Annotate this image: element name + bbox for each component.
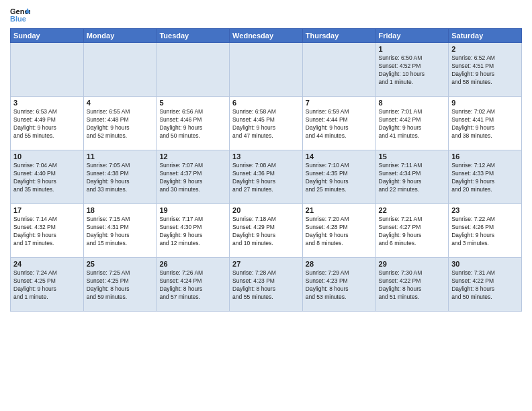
calendar-cell	[83, 43, 157, 97]
calendar-cell: 1Sunrise: 6:50 AM Sunset: 4:52 PM Daylig…	[375, 43, 449, 97]
day-info: Sunrise: 7:10 AM Sunset: 4:35 PM Dayligh…	[306, 162, 373, 194]
day-info: Sunrise: 7:11 AM Sunset: 4:34 PM Dayligh…	[379, 162, 446, 194]
day-info: Sunrise: 7:14 AM Sunset: 4:32 PM Dayligh…	[13, 216, 81, 248]
day-number: 27	[232, 260, 300, 268]
day-info: Sunrise: 7:26 AM Sunset: 4:24 PM Dayligh…	[159, 269, 226, 302]
day-number: 19	[159, 206, 226, 214]
day-info: Sunrise: 7:22 AM Sunset: 4:26 PM Dayligh…	[451, 216, 519, 248]
calendar-cell: 30Sunrise: 7:31 AM Sunset: 4:22 PM Dayli…	[449, 258, 522, 312]
weekday-header-thursday: Thursday	[302, 29, 375, 43]
day-info: Sunrise: 7:01 AM Sunset: 4:42 PM Dayligh…	[379, 108, 446, 140]
day-number: 17	[13, 206, 81, 214]
calendar-cell: 14Sunrise: 7:10 AM Sunset: 4:35 PM Dayli…	[302, 150, 375, 204]
day-info: Sunrise: 7:05 AM Sunset: 4:38 PM Dayligh…	[87, 162, 154, 194]
day-info: Sunrise: 7:25 AM Sunset: 4:25 PM Dayligh…	[87, 269, 154, 302]
day-number: 28	[306, 260, 373, 268]
day-number: 22	[379, 206, 446, 214]
calendar-cell: 9Sunrise: 7:02 AM Sunset: 4:41 PM Daylig…	[449, 97, 522, 150]
calendar-header: SundayMondayTuesdayWednesdayThursdayFrid…	[11, 29, 522, 43]
day-number: 6	[232, 99, 300, 107]
calendar-body: 1Sunrise: 6:50 AM Sunset: 4:52 PM Daylig…	[11, 43, 522, 312]
calendar-cell: 7Sunrise: 6:59 AM Sunset: 4:44 PM Daylig…	[302, 97, 375, 150]
day-number: 12	[159, 152, 226, 161]
day-info: Sunrise: 7:12 AM Sunset: 4:33 PM Dayligh…	[451, 162, 519, 194]
day-number: 16	[451, 152, 519, 161]
calendar-cell: 11Sunrise: 7:05 AM Sunset: 4:38 PM Dayli…	[83, 150, 157, 204]
page-container: General Blue SundayMondayTuesdayWednesda…	[0, 0, 532, 318]
day-info: Sunrise: 7:21 AM Sunset: 4:27 PM Dayligh…	[379, 216, 446, 248]
calendar-cell: 29Sunrise: 7:30 AM Sunset: 4:22 PM Dayli…	[375, 258, 449, 312]
calendar-week-0: 1Sunrise: 6:50 AM Sunset: 4:52 PM Daylig…	[11, 43, 522, 97]
day-number: 2	[451, 45, 519, 53]
day-number: 8	[379, 99, 446, 107]
day-info: Sunrise: 7:29 AM Sunset: 4:23 PM Dayligh…	[306, 269, 373, 302]
calendar-cell: 22Sunrise: 7:21 AM Sunset: 4:27 PM Dayli…	[375, 204, 449, 258]
calendar-cell: 16Sunrise: 7:12 AM Sunset: 4:33 PM Dayli…	[449, 150, 522, 204]
calendar-week-1: 3Sunrise: 6:53 AM Sunset: 4:49 PM Daylig…	[11, 97, 522, 150]
calendar-cell: 2Sunrise: 6:52 AM Sunset: 4:51 PM Daylig…	[449, 43, 522, 97]
logo-icon: General Blue	[10, 7, 30, 23]
day-info: Sunrise: 6:59 AM Sunset: 4:44 PM Dayligh…	[306, 108, 373, 140]
calendar-cell: 20Sunrise: 7:18 AM Sunset: 4:29 PM Dayli…	[230, 204, 303, 258]
day-number: 1	[379, 45, 446, 53]
day-number: 14	[306, 152, 373, 161]
calendar-cell: 15Sunrise: 7:11 AM Sunset: 4:34 PM Dayli…	[375, 150, 449, 204]
day-info: Sunrise: 7:17 AM Sunset: 4:30 PM Dayligh…	[159, 216, 226, 248]
logo: General Blue	[10, 7, 33, 23]
weekday-header-wednesday: Wednesday	[230, 29, 303, 43]
day-info: Sunrise: 7:28 AM Sunset: 4:23 PM Dayligh…	[232, 269, 300, 302]
header: General Blue	[10, 7, 522, 23]
day-info: Sunrise: 7:18 AM Sunset: 4:29 PM Dayligh…	[232, 216, 300, 248]
svg-text:Blue: Blue	[10, 15, 26, 23]
day-info: Sunrise: 7:20 AM Sunset: 4:28 PM Dayligh…	[306, 216, 373, 248]
day-info: Sunrise: 6:53 AM Sunset: 4:49 PM Dayligh…	[13, 108, 81, 140]
calendar-cell: 23Sunrise: 7:22 AM Sunset: 4:26 PM Dayli…	[449, 204, 522, 258]
day-number: 26	[159, 260, 226, 268]
calendar-cell: 12Sunrise: 7:07 AM Sunset: 4:37 PM Dayli…	[157, 150, 230, 204]
calendar-cell: 24Sunrise: 7:24 AM Sunset: 4:25 PM Dayli…	[11, 258, 84, 312]
day-info: Sunrise: 6:56 AM Sunset: 4:46 PM Dayligh…	[159, 108, 226, 140]
calendar-cell: 5Sunrise: 6:56 AM Sunset: 4:46 PM Daylig…	[157, 97, 230, 150]
day-number: 25	[87, 260, 154, 268]
day-number: 29	[379, 260, 446, 268]
weekday-header-saturday: Saturday	[449, 29, 522, 43]
day-info: Sunrise: 7:24 AM Sunset: 4:25 PM Dayligh…	[13, 269, 81, 302]
calendar-cell: 28Sunrise: 7:29 AM Sunset: 4:23 PM Dayli…	[302, 258, 375, 312]
calendar-cell: 21Sunrise: 7:20 AM Sunset: 4:28 PM Dayli…	[302, 204, 375, 258]
day-number: 7	[306, 99, 373, 107]
day-info: Sunrise: 6:52 AM Sunset: 4:51 PM Dayligh…	[451, 54, 519, 87]
day-info: Sunrise: 7:30 AM Sunset: 4:22 PM Dayligh…	[379, 269, 446, 302]
day-number: 21	[306, 206, 373, 214]
day-info: Sunrise: 6:50 AM Sunset: 4:52 PM Dayligh…	[379, 54, 446, 87]
calendar-cell: 18Sunrise: 7:15 AM Sunset: 4:31 PM Dayli…	[83, 204, 157, 258]
day-info: Sunrise: 7:04 AM Sunset: 4:40 PM Dayligh…	[13, 162, 81, 194]
calendar-cell: 25Sunrise: 7:25 AM Sunset: 4:25 PM Dayli…	[83, 258, 157, 312]
day-number: 23	[451, 206, 519, 214]
calendar-cell: 8Sunrise: 7:01 AM Sunset: 4:42 PM Daylig…	[375, 97, 449, 150]
calendar-cell: 3Sunrise: 6:53 AM Sunset: 4:49 PM Daylig…	[11, 97, 84, 150]
calendar-cell: 10Sunrise: 7:04 AM Sunset: 4:40 PM Dayli…	[11, 150, 84, 204]
day-info: Sunrise: 7:08 AM Sunset: 4:36 PM Dayligh…	[232, 162, 300, 194]
calendar-week-2: 10Sunrise: 7:04 AM Sunset: 4:40 PM Dayli…	[11, 150, 522, 204]
weekday-header-friday: Friday	[375, 29, 449, 43]
calendar-cell: 6Sunrise: 6:58 AM Sunset: 4:45 PM Daylig…	[230, 97, 303, 150]
day-info: Sunrise: 7:02 AM Sunset: 4:41 PM Dayligh…	[451, 108, 519, 140]
calendar-cell	[157, 43, 230, 97]
calendar-cell: 19Sunrise: 7:17 AM Sunset: 4:30 PM Dayli…	[157, 204, 230, 258]
day-number: 9	[451, 99, 519, 107]
calendar-cell	[230, 43, 303, 97]
day-number: 13	[232, 152, 300, 161]
calendar-cell: 13Sunrise: 7:08 AM Sunset: 4:36 PM Dayli…	[230, 150, 303, 204]
day-info: Sunrise: 6:58 AM Sunset: 4:45 PM Dayligh…	[232, 108, 300, 140]
calendar-week-4: 24Sunrise: 7:24 AM Sunset: 4:25 PM Dayli…	[11, 258, 522, 312]
day-number: 20	[232, 206, 300, 214]
calendar-cell: 17Sunrise: 7:14 AM Sunset: 4:32 PM Dayli…	[11, 204, 84, 258]
weekday-header-monday: Monday	[83, 29, 157, 43]
day-info: Sunrise: 7:07 AM Sunset: 4:37 PM Dayligh…	[159, 162, 226, 194]
weekday-header-sunday: Sunday	[11, 29, 84, 43]
day-number: 18	[87, 206, 154, 214]
calendar-cell: 4Sunrise: 6:55 AM Sunset: 4:48 PM Daylig…	[83, 97, 157, 150]
day-number: 24	[13, 260, 81, 268]
calendar-week-3: 17Sunrise: 7:14 AM Sunset: 4:32 PM Dayli…	[11, 204, 522, 258]
day-info: Sunrise: 7:31 AM Sunset: 4:22 PM Dayligh…	[451, 269, 519, 302]
